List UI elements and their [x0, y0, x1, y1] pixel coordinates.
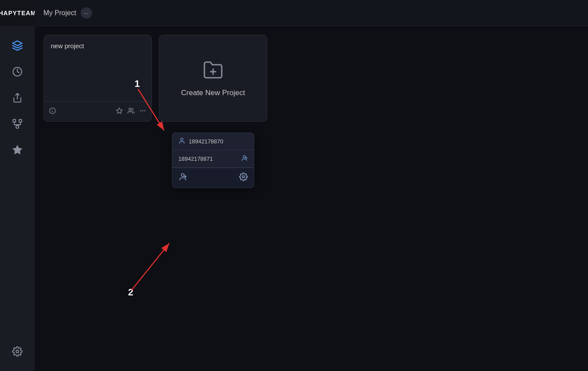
star-icon [12, 145, 23, 155]
cards-row: new project [43, 35, 579, 122]
sidebar-item-clock[interactable] [7, 61, 28, 83]
svg-point-11 [16, 350, 19, 353]
sidebar: HAPYTEAM [0, 0, 35, 371]
project-card-title: new project [51, 42, 84, 50]
sidebar-item-favorites[interactable] [7, 139, 28, 161]
dropdown-member-1: 18942178870 [172, 133, 254, 150]
card-actions [116, 107, 146, 116]
svg-point-22 [181, 138, 183, 140]
star-card-icon[interactable] [116, 107, 123, 116]
project-card[interactable]: new project [43, 35, 152, 122]
settings-icon [12, 346, 23, 357]
svg-point-18 [142, 110, 143, 111]
svg-text:2: 2 [128, 287, 133, 298]
svg-point-16 [129, 108, 131, 110]
app-logo: HAPYTEAM [0, 0, 35, 26]
svg-marker-0 [13, 41, 22, 46]
svg-point-19 [145, 110, 145, 111]
svg-line-35 [131, 243, 169, 290]
members-card-icon[interactable] [127, 107, 135, 116]
project-card-body: new project [44, 35, 151, 101]
svg-point-29 [243, 176, 245, 178]
clock-icon [12, 66, 23, 77]
header-more-button[interactable]: ··· [81, 7, 92, 19]
sidebar-item-settings[interactable] [7, 341, 28, 362]
header: My Project ··· [35, 0, 588, 26]
sidebar-item-share[interactable] [7, 87, 28, 109]
svg-marker-15 [116, 108, 122, 113]
members-dropdown: 18942178870 18942178871 [172, 132, 254, 188]
more-dots-icon: ··· [84, 10, 89, 17]
add-member-icon[interactable] [178, 172, 187, 183]
create-new-project-card[interactable]: Create New Project [159, 35, 267, 122]
svg-point-26 [181, 174, 184, 177]
more-card-icon[interactable] [139, 107, 146, 116]
dropdown-footer [172, 168, 254, 188]
layers-icon [12, 40, 23, 51]
dropdown-settings-icon[interactable] [239, 172, 248, 183]
create-folder-icon [202, 60, 224, 83]
member-action-icon-2[interactable] [241, 155, 248, 163]
annotation-arrow-2: 2 [78, 191, 191, 304]
info-icon[interactable] [49, 107, 56, 116]
sidebar-item-layers[interactable] [7, 35, 28, 56]
svg-point-17 [140, 110, 141, 111]
dropdown-member-2: 18942178871 [172, 150, 254, 168]
main-content: My Project ··· new project [35, 0, 588, 371]
sidebar-nav [7, 26, 28, 341]
member-avatar-icon-1 [178, 137, 185, 146]
app-name: HAPYTEAM [0, 10, 36, 17]
share-icon [12, 93, 23, 103]
content-area: new project [35, 26, 588, 371]
network-icon [12, 119, 23, 129]
page-title: My Project [43, 9, 76, 17]
svg-point-23 [243, 156, 245, 158]
sidebar-item-network[interactable] [7, 113, 28, 135]
svg-marker-10 [13, 146, 22, 154]
member-name-2: 18942178871 [178, 156, 237, 162]
create-card-label: Create New Project [181, 89, 245, 97]
member-name-1: 18942178870 [189, 138, 248, 145]
project-card-footer [44, 101, 151, 121]
sidebar-bottom [7, 341, 28, 371]
